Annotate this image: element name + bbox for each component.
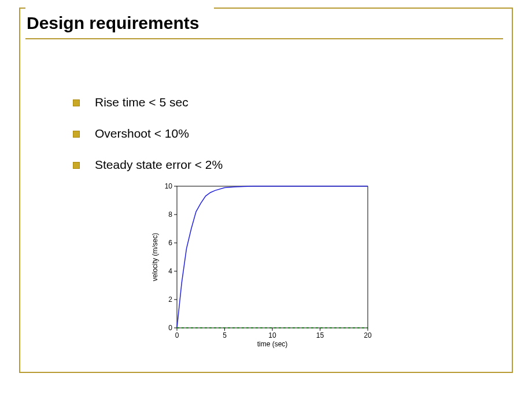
y-tick-label: 10 bbox=[165, 182, 173, 190]
bullet-icon bbox=[73, 99, 80, 106]
bullet-icon bbox=[73, 131, 80, 138]
y-tick-label: 0 bbox=[168, 324, 172, 332]
frame-border-segment bbox=[512, 8, 513, 373]
chart-bg bbox=[148, 178, 379, 351]
x-tick-label: 5 bbox=[223, 331, 227, 339]
list-item: Rise time < 5 sec bbox=[73, 95, 223, 109]
y-tick-label: 6 bbox=[168, 239, 172, 247]
title-underline bbox=[25, 38, 503, 39]
bullet-label: Rise time < 5 sec bbox=[95, 95, 189, 109]
bullet-list: Rise time < 5 sec Overshoot < 10% Steady… bbox=[73, 95, 223, 189]
page-title: Design requirements bbox=[27, 13, 199, 33]
frame-border-segment bbox=[19, 372, 513, 373]
slide: Design requirements Rise time < 5 sec Ov… bbox=[0, 0, 532, 399]
y-tick-label: 2 bbox=[168, 295, 172, 304]
x-tick-label: 20 bbox=[364, 331, 372, 339]
y-tick-label: 8 bbox=[168, 210, 172, 219]
velocity-chart: 051015200246810time (sec)velocity (m/sec… bbox=[148, 178, 379, 351]
bullet-label: Steady state error < 2% bbox=[95, 158, 223, 172]
frame-border-segment bbox=[214, 8, 513, 9]
frame-border-segment bbox=[19, 8, 20, 373]
x-tick-label: 10 bbox=[268, 331, 276, 339]
list-item: Steady state error < 2% bbox=[73, 158, 223, 172]
y-axis-label: velocity (m/sec) bbox=[151, 233, 159, 281]
bullet-label: Overshoot < 10% bbox=[95, 127, 189, 141]
bullet-icon bbox=[73, 162, 80, 169]
x-tick-label: 0 bbox=[175, 331, 179, 339]
x-axis-label: time (sec) bbox=[257, 340, 288, 348]
list-item: Overshoot < 10% bbox=[73, 127, 223, 141]
y-tick-label: 4 bbox=[168, 267, 172, 275]
x-tick-label: 15 bbox=[316, 331, 324, 339]
chart-svg: 051015200246810time (sec)velocity (m/sec… bbox=[148, 178, 379, 351]
